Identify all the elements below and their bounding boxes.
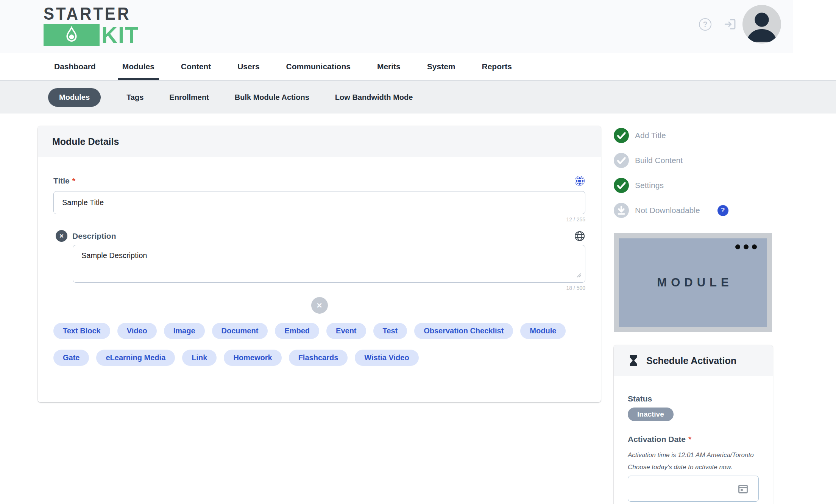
- subnav-item-low-bandwidth-mode[interactable]: Low Bandwidth Mode: [335, 93, 413, 102]
- chip-video[interactable]: Video: [117, 323, 157, 339]
- hourglass-icon: [628, 355, 639, 367]
- brand-logo[interactable]: STARTER KIT: [44, 5, 139, 46]
- calendar-icon[interactable]: [737, 483, 749, 495]
- main-nav: Dashboard Modules Content Users Communic…: [0, 53, 836, 80]
- subnav-item-enrollment[interactable]: Enrollment: [169, 93, 209, 102]
- sub-nav: Modules Tags Enrollment Bulk Module Acti…: [0, 80, 836, 114]
- chip-wistia-video[interactable]: Wistia Video: [355, 350, 418, 366]
- chip-observation-checklist[interactable]: Observation Checklist: [414, 323, 513, 339]
- chip-homework[interactable]: Homework: [224, 350, 281, 366]
- download-circle-icon: [614, 203, 629, 218]
- right-sidebar: Add Title Build Content Settings No: [614, 126, 773, 504]
- downloadable-help-icon[interactable]: ?: [717, 205, 728, 216]
- status-badge: Inactive: [628, 408, 674, 421]
- subnav-item-modules[interactable]: Modules: [48, 88, 101, 107]
- description-textarea[interactable]: Sample Description: [73, 245, 585, 283]
- person-icon: [742, 5, 781, 44]
- chip-event[interactable]: Event: [326, 323, 366, 339]
- module-preview-image: MODULE: [614, 233, 772, 332]
- checklist-item-settings[interactable]: Settings: [614, 178, 773, 193]
- chip-flashcards[interactable]: Flashcards: [289, 350, 348, 366]
- module-preview-label: MODULE: [653, 276, 733, 289]
- check-circle-icon-incomplete: [614, 153, 629, 168]
- title-input[interactable]: [53, 191, 585, 214]
- nav-item-content[interactable]: Content: [181, 53, 211, 80]
- collapse-section-icon[interactable]: ✕: [311, 297, 328, 314]
- subnav-item-bulk-module-actions[interactable]: Bulk Module Actions: [235, 93, 309, 102]
- ellipsis-menu-icon[interactable]: [735, 244, 757, 249]
- chip-image[interactable]: Image: [164, 323, 205, 339]
- nav-item-communications[interactable]: Communications: [286, 53, 351, 80]
- nav-item-modules[interactable]: Modules: [122, 53, 154, 80]
- chip-text-block[interactable]: Text Block: [53, 323, 110, 339]
- description-char-counter: 18 / 500: [53, 285, 585, 291]
- top-header: STARTER KIT ?: [0, 0, 793, 53]
- content-type-chips: Text Block Video Image Document Embed Ev…: [53, 323, 585, 366]
- translate-globe-icon[interactable]: [574, 230, 585, 242]
- chip-elearning-media[interactable]: eLearning Media: [96, 350, 175, 366]
- title-required-asterisk: *: [72, 176, 75, 185]
- brand-name-bottom: KIT: [101, 24, 139, 46]
- subnav-item-tags[interactable]: Tags: [126, 93, 143, 102]
- nav-item-merits[interactable]: Merits: [377, 53, 401, 80]
- help-icon[interactable]: ?: [699, 18, 711, 31]
- title-label: Title: [53, 176, 70, 185]
- activation-helper-text: Activation time is 12:01 AM America/Toro…: [628, 449, 759, 473]
- description-label: Description: [72, 232, 116, 241]
- translate-globe-icon[interactable]: [574, 175, 585, 187]
- module-details-heading: Module Details: [38, 126, 601, 157]
- check-circle-icon: [614, 128, 629, 143]
- activation-date-required-asterisk: *: [688, 435, 691, 444]
- module-details-card: Module Details Title * 12 / 255: [38, 126, 601, 402]
- title-char-counter: 12 / 255: [53, 216, 585, 222]
- chip-document[interactable]: Document: [212, 323, 268, 339]
- water-drop-icon: [63, 26, 80, 44]
- user-avatar[interactable]: [742, 5, 781, 44]
- chip-test[interactable]: Test: [373, 323, 407, 339]
- chip-gate[interactable]: Gate: [53, 350, 89, 366]
- schedule-activation-card: Schedule Activation Status Inactive Acti…: [614, 345, 773, 504]
- nav-item-dashboard[interactable]: Dashboard: [54, 53, 96, 80]
- chip-module[interactable]: Module: [520, 323, 566, 339]
- brand-logo-bar: [44, 24, 100, 46]
- nav-item-reports[interactable]: Reports: [482, 53, 512, 80]
- checklist-item-build-content[interactable]: Build Content: [614, 153, 773, 168]
- checklist-item-not-downloadable[interactable]: Not Downloadable ?: [614, 203, 773, 218]
- app-page: STARTER KIT ? Da: [0, 0, 836, 504]
- nav-item-users[interactable]: Users: [237, 53, 259, 80]
- activation-date-label: Activation Date: [628, 435, 686, 444]
- logout-icon[interactable]: [723, 17, 737, 31]
- schedule-activation-heading: Schedule Activation: [646, 355, 736, 366]
- chip-link[interactable]: Link: [182, 350, 217, 366]
- chip-embed[interactable]: Embed: [275, 323, 319, 339]
- brand-name-top: STARTER: [44, 5, 139, 22]
- remove-description-icon[interactable]: ✕: [56, 230, 67, 242]
- resize-handle-icon[interactable]: [576, 272, 582, 278]
- check-circle-icon: [614, 178, 629, 193]
- checklist-item-add-title[interactable]: Add Title: [614, 128, 773, 143]
- nav-item-system[interactable]: System: [427, 53, 455, 80]
- status-label: Status: [628, 394, 759, 403]
